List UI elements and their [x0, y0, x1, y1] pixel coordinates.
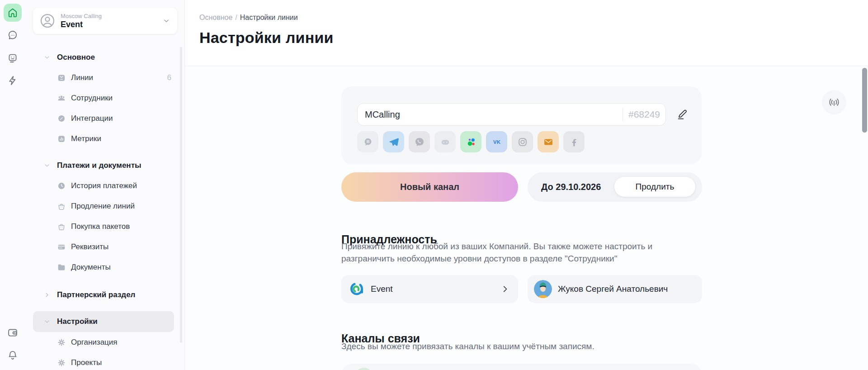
company-label: Event — [371, 284, 393, 294]
sidebar-item-organization[interactable]: Организация — [33, 332, 174, 352]
breadcrumb-separator: / — [235, 14, 237, 21]
workspace-avatar-icon — [39, 13, 56, 29]
sidebar-item-payment-history[interactable]: История платежей — [33, 176, 174, 196]
basket-icon — [57, 201, 66, 211]
sidebar-item-integrations[interactable]: Интеграции — [33, 108, 174, 128]
sidebar-section-main[interactable]: Основное — [33, 47, 174, 67]
extend-label: Продлить — [636, 182, 675, 192]
wallet-icon — [7, 327, 19, 338]
sidebar-scrollbar-thumb[interactable] — [180, 47, 182, 343]
sidebar-item-metrics[interactable]: Метрики — [33, 128, 174, 149]
chevron-down-icon — [43, 53, 51, 62]
company-select[interactable]: Event — [341, 275, 518, 303]
clock-icon — [57, 181, 66, 191]
section-label: Настройки — [57, 317, 98, 326]
avito-icon — [465, 136, 477, 148]
new-channel-label: Новый канал — [400, 182, 459, 192]
bell-icon — [7, 349, 19, 361]
valid-until-label: До 29.10.2026 — [541, 182, 601, 192]
chevron-down-icon — [162, 16, 171, 25]
gear-icon — [57, 337, 66, 347]
owner-name: Жуков Сергей Анатольевич — [558, 284, 668, 294]
breadcrumb-current: Настройки линии — [240, 14, 298, 21]
channel-instagram[interactable] — [512, 131, 533, 152]
bot-icon — [439, 136, 451, 148]
sidebar-section-payments-docs[interactable]: Платежи и документы — [33, 155, 174, 176]
nav-item-label: Сотрудники — [71, 94, 113, 103]
sidebar-nav: Основное Линии 6 Сотрудники Интеграции М… — [27, 47, 184, 370]
extend-button[interactable]: Продлить — [614, 177, 695, 197]
b-chat-icon: B — [362, 136, 374, 148]
wallet-button[interactable] — [4, 323, 22, 342]
nav-item-label: Линии — [71, 73, 93, 82]
card-icon — [57, 242, 66, 252]
rail-top-group — [0, 4, 22, 94]
bell-button[interactable] — [4, 346, 22, 364]
channel-vk[interactable]: VK — [486, 131, 507, 152]
sidebar-item-line-renewal[interactable]: Продление линий — [33, 196, 174, 216]
folder-icon — [57, 262, 66, 272]
mail-icon — [542, 136, 554, 148]
chevron-down-icon — [43, 161, 51, 170]
workspace-project: Event — [61, 20, 162, 29]
facebook-icon — [568, 136, 580, 148]
broadcast-button[interactable] — [822, 90, 846, 114]
lines-icon — [57, 73, 66, 83]
flash-button[interactable] — [4, 71, 22, 90]
edit-name-button[interactable] — [675, 107, 689, 121]
svg-text:VK: VK — [493, 139, 501, 145]
sidebar-item-requisites[interactable]: Реквизиты — [33, 237, 174, 257]
channel-viber[interactable] — [409, 131, 430, 152]
sidebar-item-projects[interactable]: Проекты — [33, 352, 174, 370]
channel-circle-icon — [355, 368, 373, 370]
sidebar-section-partner[interactable]: Партнерский раздел — [33, 285, 174, 305]
ownership-description-line1: Привяжите линию к любой из ваших Компани… — [341, 240, 703, 252]
assistant-button[interactable] — [4, 49, 22, 67]
channel-avito[interactable] — [460, 131, 481, 152]
section-label: Основное — [57, 53, 95, 62]
owner-avatar — [534, 280, 552, 298]
sidebar-item-documents[interactable]: Документы — [33, 257, 174, 277]
new-channel-button[interactable]: Новый канал — [341, 172, 518, 202]
channel-bot[interactable] — [434, 131, 456, 152]
nav-item-label: Метрики — [71, 134, 101, 143]
channel-telegram[interactable] — [383, 131, 404, 152]
employees-icon — [57, 93, 66, 103]
nav-item-label: Покупка пакетов — [71, 222, 130, 231]
breadcrumb-parent[interactable]: Основное — [199, 14, 232, 21]
channel-b-chat[interactable]: B — [357, 131, 378, 152]
ownership-description: Привяжите линию к любой из ваших Компани… — [341, 240, 703, 265]
channel-tiles: B VK — [357, 131, 585, 152]
telegram-icon — [388, 136, 400, 148]
icon-rail — [0, 0, 27, 370]
workspace-switcher[interactable]: Moscow Calling Event — [33, 8, 177, 34]
workspace-labels: Moscow Calling Event — [61, 13, 162, 29]
sidebar-item-lines[interactable]: Линии 6 — [33, 67, 174, 88]
sidebar-section-settings[interactable]: Настройки — [33, 311, 174, 332]
ownership-description-line2: разграничить необходимые уровни доступов… — [341, 252, 703, 265]
basket-icon — [57, 222, 66, 232]
assistant-icon — [7, 52, 19, 64]
line-name-input[interactable] — [358, 109, 623, 120]
event-logo-icon — [349, 281, 365, 297]
section-label: Партнерский раздел — [57, 290, 135, 299]
sidebar-item-package-purchase[interactable]: Покупка пакетов — [33, 216, 174, 237]
page-title: Настройки линии — [199, 29, 334, 47]
vk-icon: VK — [491, 136, 503, 148]
nav-item-label: Документы — [71, 263, 111, 272]
line-id-badge: #68249 — [623, 109, 665, 120]
channel-mail[interactable] — [538, 131, 559, 152]
flash-icon — [7, 75, 19, 86]
antenna-icon — [827, 95, 841, 109]
section-label: Платежи и документы — [57, 161, 142, 170]
home-icon — [7, 7, 19, 19]
home-button[interactable] — [4, 4, 22, 22]
channel-facebook[interactable] — [563, 131, 585, 152]
owner-card[interactable]: Жуков Сергей Анатольевич — [528, 275, 702, 303]
page-scrollbar-thumb[interactable] — [862, 68, 867, 133]
nav-item-label: История платежей — [71, 181, 137, 190]
nav-item-label: Реквизиты — [71, 242, 108, 251]
sidebar-item-employees[interactable]: Сотрудники — [33, 88, 174, 108]
chats-button[interactable] — [4, 26, 22, 44]
channels-description: Здесь вы можете привязать каналы к вашим… — [341, 340, 703, 352]
